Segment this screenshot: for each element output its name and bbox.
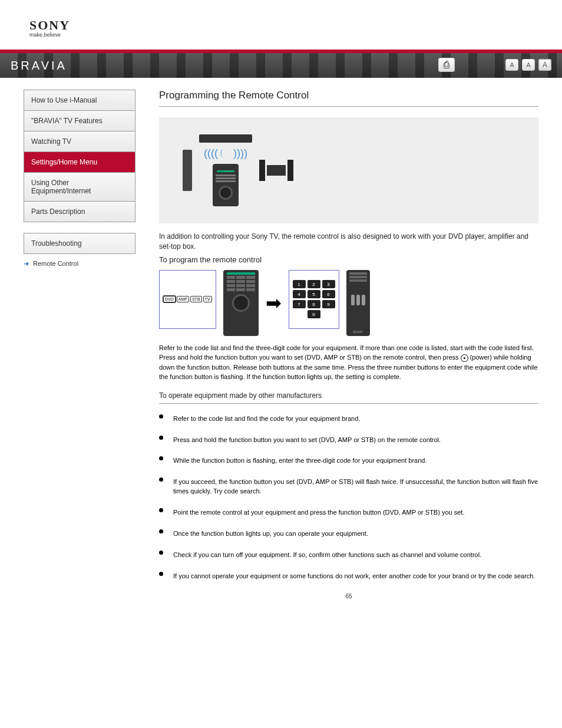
- numpad-panel: 123 456 789 0: [289, 270, 339, 329]
- signal-right-icon: )))): [233, 147, 247, 160]
- remote-back-icon: SONY: [346, 270, 370, 336]
- speaker-left-icon: [183, 150, 192, 191]
- secondary-menu: Troubleshooting: [24, 233, 135, 254]
- main-menu: How to Use i-Manual "BRAVIA" TV Features…: [24, 90, 135, 222]
- print-icon: ⎙: [444, 60, 449, 70]
- print-button[interactable]: ⎙: [438, 58, 455, 72]
- intro-text: In addition to controlling your Sony TV,…: [159, 232, 538, 252]
- step-item: Point the remote control at your equipme…: [170, 508, 538, 518]
- steps-heading: To operate equipment made by other manuf…: [159, 391, 538, 404]
- program-heading: To program the remote control: [159, 255, 538, 264]
- step-item: While the function button is flashing, e…: [170, 456, 538, 466]
- signal-left-icon: ((((: [204, 147, 218, 160]
- step-item: Refer to the code list and find the code…: [170, 414, 538, 424]
- tv-button: TV: [203, 296, 212, 302]
- arrow-right-icon: ➡: [266, 292, 282, 314]
- logo-tagline: make.believe: [29, 32, 61, 38]
- menu-item-troubleshooting[interactable]: Troubleshooting: [24, 233, 135, 253]
- step-item: Press and hold the function button you w…: [170, 436, 538, 445]
- header: SONY make.believe: [0, 0, 562, 44]
- font-medium-button[interactable]: A: [522, 59, 535, 71]
- logo-text: SONY: [29, 18, 70, 33]
- menu-item-other-equipment[interactable]: Using Other Equipment/Internet: [24, 173, 135, 202]
- function-buttons-panel: DVD AMP STB TV: [159, 270, 216, 329]
- page-number: 65: [159, 593, 538, 599]
- step-item: Check if you can turn off your equipment…: [170, 551, 538, 560]
- stb-button: STB: [190, 296, 202, 302]
- power-icon: [461, 354, 468, 362]
- program-diagram: DVD AMP STB TV ➡ 123 456 789 0: [159, 270, 538, 336]
- step-item: If you succeed, the function button you …: [170, 477, 538, 496]
- step-item: If you cannot operate your equipment or …: [170, 572, 538, 581]
- amplifier-icon: [259, 160, 293, 181]
- menu-item-how-to-use[interactable]: How to Use i-Manual: [24, 90, 135, 111]
- main-content: Programming the Remote Control (((( ⌒ ))…: [159, 90, 538, 599]
- dvd-button: DVD: [163, 296, 176, 302]
- dvd-player-icon: [199, 134, 252, 143]
- logo: SONY make.believe: [29, 18, 533, 38]
- menu-item-parts[interactable]: Parts Description: [24, 202, 135, 222]
- hero-illustration: (((( ⌒ )))): [159, 117, 538, 223]
- remote-icon: [213, 164, 239, 206]
- menu-item-watching[interactable]: Watching TV: [24, 131, 135, 152]
- chevron-right-icon: ➔: [24, 260, 29, 267]
- breadcrumb: ➔ Remote Control: [24, 260, 135, 268]
- bravia-brand: BRAVIA: [11, 59, 67, 73]
- sidebar: How to Use i-Manual "BRAVIA" TV Features…: [24, 90, 135, 599]
- menu-item-settings[interactable]: Settings/Home Menu: [24, 152, 135, 173]
- top-toolbar: BRAVIA ⎙ A A A: [0, 53, 562, 78]
- font-small-button[interactable]: A: [505, 59, 518, 71]
- steps-list: Refer to the code list and find the code…: [159, 414, 538, 581]
- remote-front-icon: [223, 270, 259, 336]
- steps-intro: Refer to the code list and find the thre…: [159, 343, 538, 382]
- font-large-button[interactable]: A: [538, 59, 551, 71]
- signal-arc-icon: ⌒: [219, 148, 233, 159]
- utility-buttons: ⎙ A A A: [438, 58, 551, 72]
- amp-button: AMP: [177, 296, 189, 302]
- menu-item-features[interactable]: "BRAVIA" TV Features: [24, 111, 135, 131]
- step-item: Once the function button lights up, you …: [170, 529, 538, 539]
- page-title: Programming the Remote Control: [159, 90, 538, 107]
- breadcrumb-link[interactable]: Remote Control: [33, 260, 78, 267]
